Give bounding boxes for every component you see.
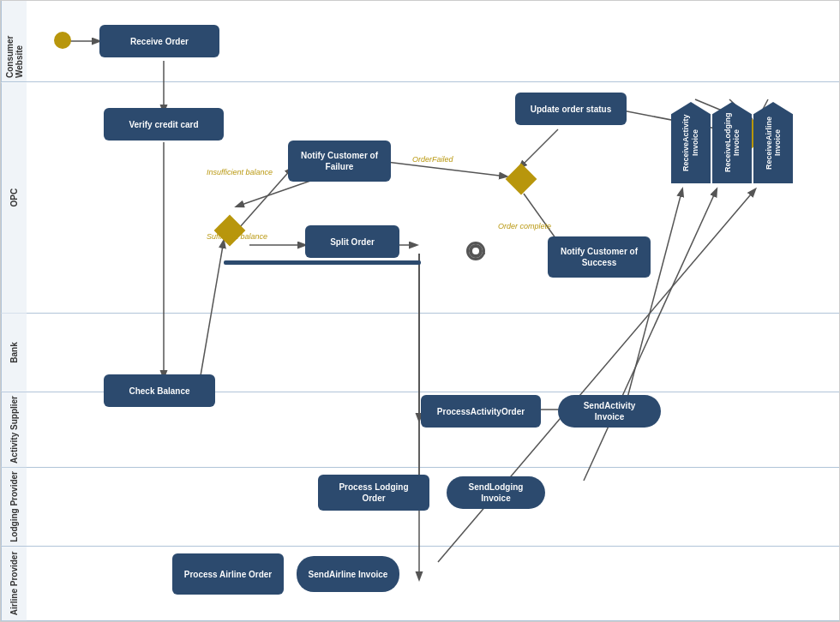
swimlanes: Consumer Website OPC Bank Activity Suppl… xyxy=(1,1,839,621)
label-order-complete: Order complete xyxy=(498,222,551,230)
notify-success-node[interactable]: Notify Customer of Success xyxy=(548,236,651,278)
label-insufficient-balance: Insufficient balance xyxy=(207,168,273,176)
split-order-node[interactable]: Split Order xyxy=(305,225,399,258)
check-balance-node[interactable]: Check Balance xyxy=(104,374,215,407)
send-activity-invoice-node[interactable]: SendActivity Invoice xyxy=(558,395,661,428)
notify-failure-node[interactable]: Notify Customer of Failure xyxy=(288,141,391,182)
lane-label-bank: Bank xyxy=(1,314,27,392)
swimlane-airline: Airline Provider xyxy=(1,547,839,621)
intermediate-end-circle xyxy=(465,241,486,261)
lane-label-opc: OPC xyxy=(1,82,27,313)
process-airline-order-node[interactable]: Process Airline Order xyxy=(172,553,284,595)
update-order-status-node[interactable]: Update order status xyxy=(515,93,627,125)
sync-bar xyxy=(224,260,421,265)
receive-airline-invoice-node[interactable]: ReceiveAirline Invoice xyxy=(753,102,793,183)
lane-label-lodging: Lodging Provider xyxy=(1,468,27,546)
process-lodging-order-node[interactable]: Process Lodging Order xyxy=(318,475,429,511)
send-lodging-invoice-node[interactable]: SendLodging Invoice xyxy=(447,476,545,509)
lane-label-activity: Activity Supplier xyxy=(1,392,27,467)
start-node xyxy=(54,32,71,49)
lane-label-airline: Airline Provider xyxy=(1,547,27,620)
lane-content-lodging xyxy=(27,468,839,546)
label-sufficient-balance: Sufficient balance xyxy=(207,232,267,241)
order-failed-diamond xyxy=(508,166,534,192)
verify-credit-card-node[interactable]: Verify credit card xyxy=(104,108,224,141)
process-activity-order-node[interactable]: ProcessActivityOrder xyxy=(421,395,541,428)
send-airline-invoice-node[interactable]: SendAirline Invoice xyxy=(297,556,399,592)
receive-activity-invoice-node[interactable]: ReceiveActivity Invoice xyxy=(671,102,711,183)
lane-label-consumer: Consumer Website xyxy=(1,1,27,81)
label-order-failed: OrderFailed xyxy=(412,155,453,164)
receive-order-node[interactable]: Receive Order xyxy=(99,25,219,57)
receive-lodging-invoice-node[interactable]: ReceiveLodging Invoice xyxy=(712,102,752,183)
diagram-container: Consumer Website OPC Bank Activity Suppl… xyxy=(0,0,840,622)
lane-content-airline xyxy=(27,547,839,620)
